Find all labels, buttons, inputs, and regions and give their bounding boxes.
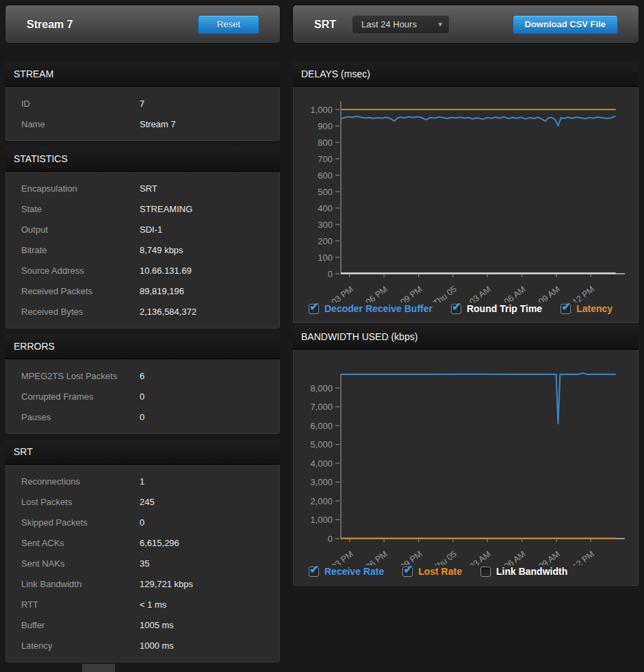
stat-value: 1000 ms bbox=[140, 641, 174, 651]
stat-row: OutputSDI-1 bbox=[6, 219, 279, 240]
section-errors: ERRORSMPEG2TS Lost Packets6Corrupted Fra… bbox=[5, 334, 280, 434]
svg-text:12 PM: 12 PM bbox=[571, 549, 596, 565]
svg-text:200: 200 bbox=[318, 236, 333, 246]
srt-title: SRT bbox=[314, 18, 336, 31]
stat-value: 8,749 kbps bbox=[140, 245, 183, 255]
stat-value: 0 bbox=[140, 412, 144, 422]
section-srt: SRTReconnections1Lost Packets245Skipped … bbox=[5, 439, 280, 662]
stat-value: STREAMING bbox=[140, 204, 192, 214]
stat-value: 35 bbox=[140, 558, 149, 569]
legend-label[interactable]: Lost Rate bbox=[418, 566, 462, 577]
stat-value: < 1 ms bbox=[140, 599, 166, 610]
stat-label: Encapsulation bbox=[6, 183, 140, 194]
bandwidth-chart-title: BANDWIDTH USED (kbps) bbox=[293, 324, 639, 350]
svg-text:09 PM: 09 PM bbox=[398, 284, 424, 302]
svg-text:09 AM: 09 AM bbox=[537, 549, 562, 565]
stat-label: Name bbox=[6, 119, 140, 129]
svg-text:1,000: 1,000 bbox=[310, 105, 333, 115]
svg-text:06 AM: 06 AM bbox=[502, 549, 528, 565]
legend-label[interactable]: Round Trip Time bbox=[467, 303, 542, 314]
svg-text:12 PM: 12 PM bbox=[571, 284, 596, 302]
delays-chart-legend: ✔Decoder Receive Buffer✔Round Trip Time✔… bbox=[294, 302, 638, 316]
stat-row: Reconnections1 bbox=[6, 471, 279, 491]
stat-row: Link Bandwidth129,721 kbps bbox=[6, 573, 279, 594]
svg-text:500: 500 bbox=[318, 187, 333, 197]
legend-item-lost-rate[interactable]: ✔Lost Rate bbox=[402, 566, 462, 577]
stat-value: 0 bbox=[140, 517, 144, 528]
section-body: ID7NameStream 7 bbox=[5, 87, 280, 141]
stat-row: Lost Packets245 bbox=[6, 491, 279, 512]
stat-label: ID bbox=[6, 99, 140, 109]
check-icon: ✔ bbox=[452, 300, 461, 314]
delays-chart-body: 01002003004005006007008009001,00003 PM06… bbox=[293, 87, 639, 323]
legend-item-decoder-receive-buffer[interactable]: ✔Decoder Receive Buffer bbox=[309, 303, 433, 314]
svg-text:400: 400 bbox=[318, 203, 333, 214]
stat-label: Received Bytes bbox=[6, 307, 140, 317]
stat-label: Buffer bbox=[6, 620, 140, 630]
stat-row: ID7 bbox=[6, 93, 279, 114]
stat-label: Sent ACKs bbox=[6, 538, 140, 548]
svg-text:8,000: 8,000 bbox=[310, 383, 333, 393]
svg-text:06 PM: 06 PM bbox=[364, 284, 389, 302]
charts-column: SRT Last 24 Hours ▾ Download CSV File DE… bbox=[293, 5, 639, 587]
checkbox-decoder-receive-buffer[interactable]: ✔ bbox=[309, 304, 319, 314]
stat-value: SDI-1 bbox=[140, 224, 162, 235]
section-body: Reconnections1Lost Packets245Skipped Pac… bbox=[5, 465, 280, 662]
legend-item-latency[interactable]: ✔Latency bbox=[561, 303, 613, 314]
stream-info-sections: STREAMID7NameStream 7STATISTICSEncapsula… bbox=[5, 62, 280, 662]
checkbox-lost-rate[interactable]: ✔ bbox=[402, 567, 413, 577]
stat-label: Corrupted Frames bbox=[6, 391, 140, 402]
stat-label: Received Packets bbox=[6, 286, 140, 296]
stat-value: 6,615,296 bbox=[140, 538, 179, 548]
chevron-down-icon: ▾ bbox=[438, 20, 442, 29]
checkbox-receive-rate[interactable]: ✔ bbox=[309, 567, 319, 577]
stat-row: Pauses0 bbox=[6, 406, 279, 427]
legend-item-link-bandwidth[interactable]: Link Bandwidth bbox=[480, 566, 567, 577]
check-icon: ✔ bbox=[403, 563, 413, 577]
stat-value: Stream 7 bbox=[140, 119, 176, 129]
legend-label[interactable]: Latency bbox=[576, 303, 613, 314]
legend-item-receive-rate[interactable]: ✔Receive Rate bbox=[309, 566, 384, 577]
check-icon: ✔ bbox=[309, 563, 319, 577]
svg-text:0: 0 bbox=[328, 534, 333, 544]
section-stream: STREAMID7NameStream 7 bbox=[5, 62, 280, 141]
svg-text:600: 600 bbox=[318, 170, 333, 181]
legend-label[interactable]: Decoder Receive Buffer bbox=[324, 303, 433, 314]
checkbox-link-bandwidth[interactable] bbox=[480, 567, 491, 577]
section-title: STREAM bbox=[5, 62, 280, 87]
stat-row: Source Address10.66.131.69 bbox=[6, 260, 279, 281]
svg-text:1,000: 1,000 bbox=[310, 515, 333, 525]
checkbox-round-trip-time[interactable]: ✔ bbox=[451, 304, 461, 314]
svg-text:5,000: 5,000 bbox=[310, 439, 333, 450]
svg-text:03 AM: 03 AM bbox=[467, 284, 493, 302]
svg-text:2,000: 2,000 bbox=[310, 496, 333, 506]
svg-text:06 PM: 06 PM bbox=[364, 549, 389, 565]
checkbox-latency[interactable]: ✔ bbox=[561, 304, 571, 314]
stat-row: NameStream 7 bbox=[6, 114, 279, 134]
section-body: MPEG2TS Lost Packets6Corrupted Frames0Pa… bbox=[5, 359, 280, 434]
stat-label: MPEG2TS Lost Packets bbox=[6, 371, 140, 381]
stream-header-bar: Stream 7 Reset bbox=[5, 5, 280, 43]
stat-row: Sent NAKs35 bbox=[6, 553, 279, 573]
stat-row: RTT< 1 ms bbox=[6, 594, 279, 615]
bandwidth-chart-section: BANDWIDTH USED (kbps) 01,0002,0003,0004,… bbox=[293, 324, 639, 586]
download-csv-button[interactable]: Download CSV File bbox=[513, 15, 618, 34]
stat-value: 245 bbox=[140, 497, 155, 507]
legend-label[interactable]: Receive Rate bbox=[324, 566, 384, 577]
stat-label: Sent NAKs bbox=[6, 558, 140, 569]
time-range-dropdown[interactable]: Last 24 Hours ▾ bbox=[352, 15, 450, 34]
legend-item-round-trip-time[interactable]: ✔Round Trip Time bbox=[451, 303, 542, 314]
stat-label: RTT bbox=[6, 599, 140, 610]
series-receive-rate bbox=[341, 373, 616, 424]
stat-value: 129,721 kbps bbox=[140, 579, 193, 589]
stat-value: 0 bbox=[140, 391, 144, 402]
legend-label[interactable]: Link Bandwidth bbox=[496, 566, 567, 577]
stat-label: Reconnections bbox=[6, 476, 140, 487]
stat-row: EncapsulationSRT bbox=[6, 178, 279, 198]
reset-button[interactable]: Reset bbox=[198, 15, 259, 34]
section-statistics: STATISTICSEncapsulationSRTStateSTREAMING… bbox=[5, 146, 280, 328]
svg-text:0: 0 bbox=[328, 269, 333, 279]
svg-text:900: 900 bbox=[318, 121, 333, 131]
section-title: STATISTICS bbox=[5, 146, 280, 172]
stat-label: Source Address bbox=[6, 266, 140, 276]
